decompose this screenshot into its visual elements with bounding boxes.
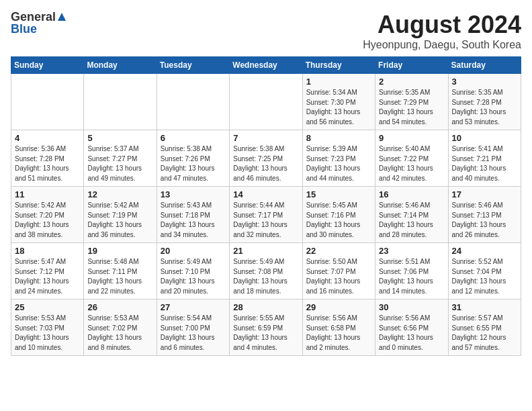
weekday-header-wednesday: Wednesday xyxy=(230,57,302,74)
day-info: Sunrise: 5:36 AM Sunset: 7:28 PM Dayligh… xyxy=(15,144,80,183)
day-number: 13 xyxy=(161,189,226,199)
day-info: Sunrise: 5:46 AM Sunset: 7:14 PM Dayligh… xyxy=(379,201,444,240)
day-info: Sunrise: 5:34 AM Sunset: 7:30 PM Dayligh… xyxy=(306,88,371,127)
day-info: Sunrise: 5:49 AM Sunset: 7:10 PM Dayligh… xyxy=(161,257,226,296)
day-number: 22 xyxy=(306,246,371,256)
day-number: 16 xyxy=(379,189,444,199)
calendar-cell: 13Sunrise: 5:43 AM Sunset: 7:18 PM Dayli… xyxy=(157,187,229,243)
calendar-cell: 23Sunrise: 5:51 AM Sunset: 7:06 PM Dayli… xyxy=(375,243,448,300)
calendar-cell: 1Sunrise: 5:34 AM Sunset: 7:30 PM Daylig… xyxy=(302,74,375,130)
day-number: 11 xyxy=(15,189,80,199)
day-number: 27 xyxy=(161,302,226,312)
day-info: Sunrise: 5:39 AM Sunset: 7:23 PM Dayligh… xyxy=(306,144,371,183)
day-info: Sunrise: 5:38 AM Sunset: 7:25 PM Dayligh… xyxy=(233,144,298,183)
calendar-cell: 3Sunrise: 5:35 AM Sunset: 7:28 PM Daylig… xyxy=(448,74,521,130)
calendar-cell: 20Sunrise: 5:49 AM Sunset: 7:10 PM Dayli… xyxy=(157,243,229,300)
calendar-cell: 7Sunrise: 5:38 AM Sunset: 7:25 PM Daylig… xyxy=(230,130,302,187)
day-number: 18 xyxy=(15,246,80,256)
day-number: 14 xyxy=(233,189,298,199)
day-number: 9 xyxy=(379,133,444,143)
day-number: 19 xyxy=(87,246,152,256)
calendar-week-row: 18Sunrise: 5:47 AM Sunset: 7:12 PM Dayli… xyxy=(11,243,521,300)
day-info: Sunrise: 5:46 AM Sunset: 7:13 PM Dayligh… xyxy=(452,201,517,240)
calendar-cell: 15Sunrise: 5:45 AM Sunset: 7:16 PM Dayli… xyxy=(302,187,375,243)
day-number: 29 xyxy=(306,302,371,312)
day-number: 25 xyxy=(15,302,80,312)
location-title: Hyeonpung, Daegu, South Korea xyxy=(363,39,521,51)
calendar-cell: 26Sunrise: 5:53 AM Sunset: 7:02 PM Dayli… xyxy=(84,300,157,356)
day-number: 8 xyxy=(306,133,371,143)
page-header: General Blue August 2024 Hyeonpung, Daeg… xyxy=(11,11,521,51)
day-number: 10 xyxy=(452,133,517,143)
day-info: Sunrise: 5:35 AM Sunset: 7:29 PM Dayligh… xyxy=(379,88,444,127)
calendar-cell: 11Sunrise: 5:42 AM Sunset: 7:20 PM Dayli… xyxy=(11,187,84,243)
calendar-week-row: 25Sunrise: 5:53 AM Sunset: 7:03 PM Dayli… xyxy=(11,300,521,356)
weekday-header-sunday: Sunday xyxy=(11,57,84,74)
weekday-header-friday: Friday xyxy=(375,57,448,74)
weekday-header-thursday: Thursday xyxy=(302,57,375,74)
calendar-cell: 25Sunrise: 5:53 AM Sunset: 7:03 PM Dayli… xyxy=(11,300,84,356)
day-info: Sunrise: 5:53 AM Sunset: 7:03 PM Dayligh… xyxy=(15,314,80,353)
day-number: 7 xyxy=(233,133,298,143)
calendar-table: SundayMondayTuesdayWednesdayThursdayFrid… xyxy=(11,56,521,356)
calendar-cell: 5Sunrise: 5:37 AM Sunset: 7:27 PM Daylig… xyxy=(84,130,157,187)
logo-general: General xyxy=(11,11,56,23)
day-info: Sunrise: 5:42 AM Sunset: 7:20 PM Dayligh… xyxy=(15,201,80,240)
day-number: 21 xyxy=(233,246,298,256)
logo-blue: Blue xyxy=(11,23,37,35)
day-info: Sunrise: 5:54 AM Sunset: 7:00 PM Dayligh… xyxy=(161,314,226,353)
day-number: 15 xyxy=(306,189,371,199)
month-title: August 2024 xyxy=(363,11,521,39)
day-number: 1 xyxy=(306,77,371,87)
calendar-cell xyxy=(157,74,229,130)
day-number: 6 xyxy=(161,133,226,143)
calendar-cell: 31Sunrise: 5:57 AM Sunset: 6:55 PM Dayli… xyxy=(448,300,521,356)
calendar-cell: 19Sunrise: 5:48 AM Sunset: 7:11 PM Dayli… xyxy=(84,243,157,300)
day-number: 12 xyxy=(87,189,152,199)
day-info: Sunrise: 5:50 AM Sunset: 7:07 PM Dayligh… xyxy=(306,257,371,296)
calendar-cell: 6Sunrise: 5:38 AM Sunset: 7:26 PM Daylig… xyxy=(157,130,229,187)
day-info: Sunrise: 5:43 AM Sunset: 7:18 PM Dayligh… xyxy=(161,201,226,240)
logo: General Blue xyxy=(11,11,67,35)
weekday-header-saturday: Saturday xyxy=(448,57,521,74)
calendar-cell: 30Sunrise: 5:56 AM Sunset: 6:56 PM Dayli… xyxy=(375,300,448,356)
weekday-header-monday: Monday xyxy=(84,57,157,74)
calendar-cell: 22Sunrise: 5:50 AM Sunset: 7:07 PM Dayli… xyxy=(302,243,375,300)
day-info: Sunrise: 5:49 AM Sunset: 7:08 PM Dayligh… xyxy=(233,257,298,296)
day-info: Sunrise: 5:51 AM Sunset: 7:06 PM Dayligh… xyxy=(379,257,444,296)
calendar-cell: 17Sunrise: 5:46 AM Sunset: 7:13 PM Dayli… xyxy=(448,187,521,243)
title-block: August 2024 Hyeonpung, Daegu, South Kore… xyxy=(363,11,521,51)
calendar-cell xyxy=(84,74,157,130)
day-info: Sunrise: 5:38 AM Sunset: 7:26 PM Dayligh… xyxy=(161,144,226,183)
calendar-cell: 2Sunrise: 5:35 AM Sunset: 7:29 PM Daylig… xyxy=(375,74,448,130)
day-info: Sunrise: 5:45 AM Sunset: 7:16 PM Dayligh… xyxy=(306,201,371,240)
day-number: 31 xyxy=(452,302,517,312)
day-info: Sunrise: 5:35 AM Sunset: 7:28 PM Dayligh… xyxy=(452,88,517,127)
day-number: 28 xyxy=(233,302,298,312)
day-number: 30 xyxy=(379,302,444,312)
calendar-week-row: 11Sunrise: 5:42 AM Sunset: 7:20 PM Dayli… xyxy=(11,187,521,243)
day-number: 5 xyxy=(87,133,152,143)
day-info: Sunrise: 5:56 AM Sunset: 6:56 PM Dayligh… xyxy=(379,314,444,353)
calendar-cell: 10Sunrise: 5:41 AM Sunset: 7:21 PM Dayli… xyxy=(448,130,521,187)
day-info: Sunrise: 5:52 AM Sunset: 7:04 PM Dayligh… xyxy=(452,257,517,296)
svg-marker-0 xyxy=(58,13,66,21)
logo-triangle-icon xyxy=(56,11,67,22)
day-number: 20 xyxy=(161,246,226,256)
calendar-cell: 24Sunrise: 5:52 AM Sunset: 7:04 PM Dayli… xyxy=(448,243,521,300)
day-info: Sunrise: 5:44 AM Sunset: 7:17 PM Dayligh… xyxy=(233,201,298,240)
calendar-cell: 9Sunrise: 5:40 AM Sunset: 7:22 PM Daylig… xyxy=(375,130,448,187)
day-number: 3 xyxy=(452,77,517,87)
day-info: Sunrise: 5:37 AM Sunset: 7:27 PM Dayligh… xyxy=(87,144,152,183)
day-info: Sunrise: 5:57 AM Sunset: 6:55 PM Dayligh… xyxy=(452,314,517,353)
day-number: 26 xyxy=(87,302,152,312)
day-number: 4 xyxy=(15,133,80,143)
weekday-header-tuesday: Tuesday xyxy=(157,57,229,74)
calendar-cell: 27Sunrise: 5:54 AM Sunset: 7:00 PM Dayli… xyxy=(157,300,229,356)
day-info: Sunrise: 5:40 AM Sunset: 7:22 PM Dayligh… xyxy=(379,144,444,183)
calendar-cell: 21Sunrise: 5:49 AM Sunset: 7:08 PM Dayli… xyxy=(230,243,302,300)
day-info: Sunrise: 5:53 AM Sunset: 7:02 PM Dayligh… xyxy=(87,314,152,353)
calendar-cell: 18Sunrise: 5:47 AM Sunset: 7:12 PM Dayli… xyxy=(11,243,84,300)
calendar-cell xyxy=(230,74,302,130)
day-number: 17 xyxy=(452,189,517,199)
